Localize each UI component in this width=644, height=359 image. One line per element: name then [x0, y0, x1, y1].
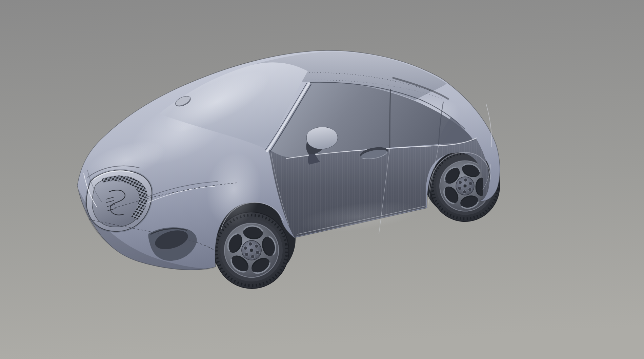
front-grille — [86, 166, 152, 231]
render-canvas: Silver-gray concept hatchback — 3D studi… — [0, 0, 644, 359]
render-viewport: Silver-gray concept hatchback — 3D studi… — [0, 0, 644, 359]
mirror-body — [306, 127, 338, 149]
